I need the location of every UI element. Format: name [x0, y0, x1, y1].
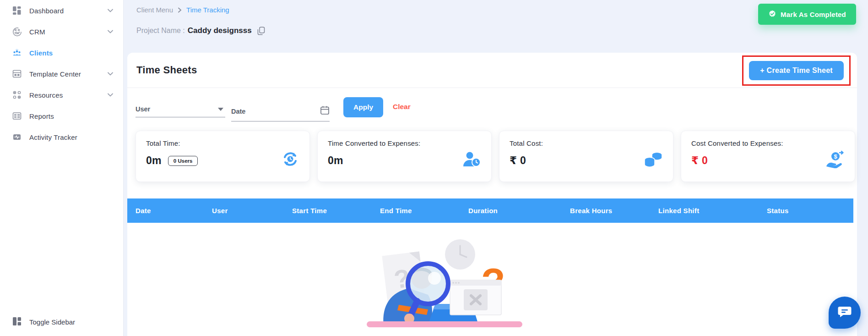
timesheets-table-header: Date User Start Time End Time Duration B… — [127, 198, 853, 223]
column-header-end-time: End Time — [372, 207, 460, 215]
annotation-highlight-box: + Create Time Sheet — [742, 55, 851, 86]
panel-header: Time Sheets + Create Time Sheet — [127, 53, 857, 88]
sidebar-item-label: CRM — [29, 28, 45, 36]
sidebar-nav: Dashboard CRM Clients — [0, 0, 123, 148]
stat-value: 0m — [328, 154, 343, 167]
stat-card-total-time: Total Time: 0m 0 Users — [136, 131, 310, 182]
column-header-break-hours: Break Hours — [562, 207, 650, 215]
project-name-value: Caddy designsss — [188, 26, 252, 35]
date-filter-input[interactable] — [231, 108, 320, 115]
chat-launcher-button[interactable] — [829, 297, 861, 329]
mark-as-completed-label: Mark As Completed — [781, 11, 846, 18]
column-header-duration: Duration — [460, 207, 562, 215]
chevron-down-icon — [108, 9, 113, 12]
clients-icon — [12, 48, 22, 58]
sidebar-item-label: Resources — [29, 91, 63, 99]
mark-as-completed-button[interactable]: Mark As Completed — [758, 4, 856, 25]
breadcrumb-time-tracking[interactable]: Time Tracking — [186, 6, 229, 14]
chevron-down-icon — [218, 108, 223, 111]
sidebar-item-reports[interactable]: Reports — [0, 105, 123, 127]
stats-row: Total Time: 0m 0 Users Time Converted to… — [136, 131, 855, 182]
coins-icon — [644, 150, 663, 168]
sidebar-item-activity-tracker[interactable]: Activity Tracker — [0, 127, 123, 148]
user-filter-select[interactable] — [136, 105, 225, 117]
column-header-status: Status — [759, 207, 853, 215]
time-sheets-panel: Time Sheets + Create Time Sheet Apply — [127, 53, 857, 336]
page-title: Time Sheets — [136, 64, 197, 76]
stat-card-cost-converted: Cost Converted to Expenses: ₹ 0 $ — [681, 131, 855, 182]
main-content: Client Menu Time Tracking Project Name :… — [124, 0, 868, 336]
app-window: Dashboard CRM Clients — [0, 0, 868, 336]
chevron-down-icon — [108, 72, 113, 76]
stat-card-time-converted: Time Converted to Expenses: 0m — [317, 131, 492, 182]
sidebar-item-crm[interactable]: CRM — [0, 21, 123, 42]
chevron-down-icon — [108, 30, 113, 33]
sidebar-item-template-center[interactable]: Template Center — [0, 63, 123, 84]
apply-button[interactable]: Apply — [343, 97, 383, 117]
user-filter-input[interactable] — [136, 105, 218, 113]
sidebar-item-dashboard[interactable]: Dashboard — [0, 0, 123, 21]
sidebar-item-clients[interactable]: Clients — [0, 42, 123, 63]
filters-row: Apply Clear — [127, 88, 857, 132]
stat-label: Time Converted to Expenses: — [328, 139, 481, 147]
breadcrumb-client-menu[interactable]: Client Menu — [136, 6, 173, 14]
stat-value: ₹ 0 — [691, 154, 708, 167]
resources-icon — [12, 90, 22, 100]
sidebar-item-label: Activity Tracker — [29, 133, 77, 141]
hand-money-icon: $ — [825, 150, 845, 168]
clear-button[interactable]: Clear — [393, 103, 411, 111]
stat-label: Cost Converted to Expenses: — [691, 139, 845, 147]
activity-tracker-icon — [12, 132, 22, 142]
sidebar-item-resources[interactable]: Resources — [0, 84, 123, 105]
date-filter-input-wrap[interactable] — [231, 105, 330, 121]
stat-card-total-cost: Total Cost: ₹ 0 — [499, 131, 673, 182]
reports-icon — [12, 111, 22, 121]
column-header-user: User — [204, 207, 284, 215]
calendar-icon — [320, 105, 330, 117]
chevron-down-icon — [108, 93, 113, 97]
column-header-linked-shift: Linked Shift — [650, 207, 759, 215]
column-header-start-time: Start Time — [284, 207, 372, 215]
refresh-time-icon[interactable] — [281, 150, 299, 168]
project-name-row: Project Name : Caddy designsss — [136, 26, 265, 35]
create-time-sheet-button[interactable]: + Create Time Sheet — [749, 61, 844, 80]
project-name-label: Project Name : — [136, 27, 185, 35]
breadcrumb: Client Menu Time Tracking — [136, 6, 229, 14]
chat-bubble-icon — [838, 306, 852, 319]
sidebar-item-label: Reports — [29, 112, 54, 120]
stat-value: ₹ 0 — [510, 154, 526, 167]
stat-label: Total Time: — [146, 139, 299, 147]
copy-icon[interactable] — [257, 27, 265, 35]
toggle-sidebar-button[interactable]: Toggle Sidebar — [12, 316, 75, 328]
svg-text:$: $ — [834, 153, 837, 160]
crm-icon — [12, 27, 22, 37]
sidebar-item-label: Dashboard — [29, 7, 64, 15]
sidebar-item-label: Template Center — [29, 70, 81, 78]
template-center-icon — [12, 69, 22, 79]
sidebar-item-label: Clients — [29, 49, 53, 57]
toggle-sidebar-label: Toggle Sidebar — [29, 318, 75, 326]
stat-value: 0m — [146, 154, 162, 167]
column-header-date: Date — [127, 207, 204, 215]
stat-label: Total Cost: — [510, 139, 663, 147]
sidebar: Dashboard CRM Clients — [0, 0, 124, 336]
chevron-right-icon — [178, 7, 182, 13]
handshake-icon — [768, 10, 776, 19]
no-timesheets-illustration: ? ? — [358, 236, 535, 328]
toggle-sidebar-icon — [12, 316, 22, 328]
dashboard-icon — [12, 6, 22, 16]
users-count-badge: 0 Users — [168, 156, 198, 166]
user-time-icon — [462, 150, 481, 168]
